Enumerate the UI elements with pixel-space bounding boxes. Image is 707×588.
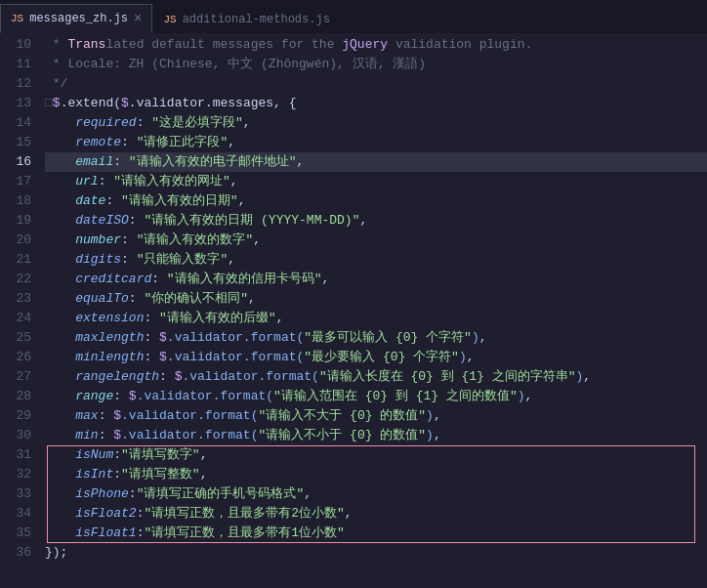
code-text-30a <box>45 426 75 445</box>
code-text-16d: "请输入有效的电子邮件地址" <box>129 152 297 172</box>
code-line-26: minlength: $.validator.format("最少要输入 {0}… <box>45 348 707 367</box>
tab-icon-js2: JS <box>163 14 176 25</box>
line-num-33: 33 <box>6 484 31 504</box>
code-text-24d: "请输入有效的后缀" <box>159 309 276 328</box>
code-line-19: dateISO: "请输入有效的日期 (YYYY-MM-DD)", <box>45 211 707 231</box>
code-text-29b: max <box>75 406 98 426</box>
code-text-29f: "请输入不大于 {0} 的数值" <box>258 406 426 426</box>
code-text-13b: $ <box>53 94 61 113</box>
code-text-13a: □ <box>45 94 53 113</box>
code-text-32c: : <box>113 465 121 484</box>
code-text-30b: min <box>75 426 98 445</box>
line-num-35: 35 <box>6 524 31 543</box>
code-text-27h: , <box>583 367 591 387</box>
code-text-21e: , <box>228 250 235 270</box>
code-text-14e: , <box>243 113 251 133</box>
code-text-30f: "请输入不小于 {0} 的数值" <box>258 426 426 445</box>
code-text-24c: : <box>144 309 159 328</box>
code-text-25f: "最多可以输入 {0} 个字符" <box>304 328 472 348</box>
code-text-30c: : <box>99 426 114 445</box>
code-text-28f: "请输入范围在 {0} 到 {1} 之间的数值" <box>273 387 518 406</box>
code-line-16: email: "请输入有效的电子邮件地址", <box>45 152 707 172</box>
code-line-10: * Translated default messages for the jQ… <box>45 35 707 55</box>
line-num-30: 30 <box>6 426 31 445</box>
tab-close-1[interactable]: × <box>134 12 142 25</box>
code-text-19d: "请输入有效的日期 (YYYY-MM-DD)" <box>144 211 359 231</box>
code-text-17b: url <box>75 172 98 191</box>
code-text-28c: : <box>113 387 129 406</box>
code-text-14d: "这是必填字段" <box>151 113 243 133</box>
line-num-18: 18 <box>6 191 31 211</box>
code-line-21: digits: "只能输入数字", <box>45 250 707 270</box>
code-text-33a <box>45 484 75 504</box>
line-num-29: 29 <box>6 406 31 426</box>
code-text-17c: : <box>99 172 114 191</box>
line-num-19: 19 <box>6 211 31 231</box>
code-text-29e: .validator.format( <box>121 406 258 426</box>
code-text-25b: maxlength <box>75 328 144 348</box>
code-text-32d: "请填写整数" <box>121 465 200 484</box>
code-text-13c: .extend( <box>61 94 121 113</box>
code-text-26c: : <box>144 348 159 367</box>
code-line-31: isNum:"请填写数字", <box>45 445 707 465</box>
code-text-26b: minlength <box>75 348 144 367</box>
line-num-34: 34 <box>6 504 31 524</box>
code-area[interactable]: * Translated default messages for the jQ… <box>41 33 707 588</box>
code-text-20e: , <box>253 231 261 250</box>
tab-messages-zh[interactable]: JS messages_zh.js × <box>0 4 152 33</box>
code-line-29: max: $.validator.format("请输入不大于 {0} 的数值"… <box>45 406 707 426</box>
code-text-28e: .validator.format( <box>137 387 273 406</box>
code-text-33e: , <box>304 484 312 504</box>
code-text-15b: remote <box>75 133 121 152</box>
line-num-17: 17 <box>6 172 31 191</box>
code-text-27f: "请输入长度在 {0} 到 {1} 之间的字符串" <box>319 367 576 387</box>
code-text-27g: ) <box>576 367 584 387</box>
code-text-26d: $ <box>159 348 167 367</box>
code-line-23: equalTo: "你的确认不相同", <box>45 289 707 309</box>
code-text-19c: : <box>129 211 145 231</box>
line-num-36: 36 <box>6 543 31 563</box>
code-text-19e: , <box>359 211 367 231</box>
code-text-25a <box>45 328 75 348</box>
code-text-20a <box>45 231 75 250</box>
code-text-24b: extension <box>75 309 144 328</box>
line-num-15: 15 <box>6 133 31 152</box>
code-text-22c: : <box>151 270 167 289</box>
tab-label-1: messages_zh.js <box>29 12 128 25</box>
code-text-32a <box>45 465 75 484</box>
code-text-15c: : <box>121 133 137 152</box>
line-num-14: 14 <box>6 113 31 133</box>
code-text-17e: , <box>230 172 238 191</box>
code-text-33d: "请填写正确的手机号码格式" <box>137 484 305 504</box>
code-text-25g: ) <box>472 328 479 348</box>
code-text-18a <box>45 191 75 211</box>
code-text-34a <box>45 504 75 524</box>
code-text-35b: isFloat1 <box>75 524 136 543</box>
code-text-31a <box>45 445 75 465</box>
code-text-27a <box>45 367 75 387</box>
code-text-15a <box>45 133 75 152</box>
code-line-35: isFloat1:"请填写正数，且最多带有1位小数" <box>45 524 707 543</box>
code-text-22a <box>45 270 75 289</box>
boxed-section: isNum:"请填写数字", isInt:"请填写整数", isPhone:"请… <box>45 445 707 543</box>
code-text-17a <box>45 172 75 191</box>
code-text-28b: range <box>75 387 113 406</box>
code-text-23a <box>45 289 75 309</box>
tab-icon-js: JS <box>11 13 23 24</box>
code-text-14c: : <box>137 113 152 133</box>
code-text-19b: dateISO <box>75 211 129 231</box>
code-text-18e: , <box>238 191 246 211</box>
code-text-23e: , <box>248 289 256 309</box>
code-line-24: extension: "请输入有效的后缀", <box>45 309 707 328</box>
line-num-23: 23 <box>6 289 31 309</box>
line-num-22: 22 <box>6 270 31 289</box>
code-text-21b: digits <box>75 250 121 270</box>
code-line-28: range: $.validator.format("请输入范围在 {0} 到 … <box>45 387 707 406</box>
code-text-34c: : <box>137 504 145 524</box>
line-num-25: 25 <box>6 328 31 348</box>
code-text-31d: "请填写数字" <box>121 445 200 465</box>
code-text-28h: , <box>525 387 533 406</box>
code-line-11: * Locale: ZH (Chinese, 中文 (Zhōngwén), 汉语… <box>45 55 707 74</box>
code-text-15e: , <box>228 133 235 152</box>
tab-additional-methods[interactable]: JS additional-methods.js <box>152 4 340 33</box>
